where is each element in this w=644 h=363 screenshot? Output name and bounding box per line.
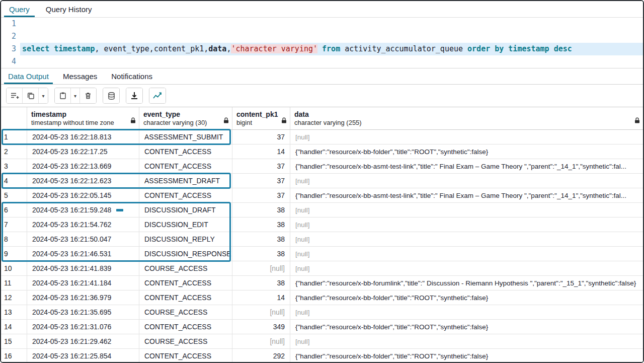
- cell-data[interactable]: [null]: [290, 203, 643, 217]
- cell-timestamp[interactable]: 2024-05-23 16:22:05.145: [27, 188, 139, 202]
- cell-timestamp[interactable]: 2024-05-23 16:21:36.979: [27, 291, 139, 305]
- tab-query[interactable]: Query: [1, 1, 38, 17]
- delete-row-button[interactable]: [80, 88, 96, 103]
- cell-timestamp[interactable]: 2024-05-23 16:21:31.076: [27, 320, 139, 334]
- column-header-event-type[interactable]: event_type character varying (30): [139, 107, 232, 129]
- cell-timestamp[interactable]: 2024-05-23 16:21:50.047: [27, 232, 139, 246]
- tab-query-history[interactable]: Query History: [38, 1, 100, 17]
- table-row[interactable]: 14 2024-05-23 16:21:31.076 CONTENT_ACCES…: [1, 320, 643, 334]
- copy-button[interactable]: [23, 88, 39, 103]
- cell-timestamp[interactable]: 2024-05-23 16:22:13.669: [27, 159, 139, 173]
- cell-content-pk1[interactable]: 37: [232, 130, 290, 144]
- cell-event-type[interactable]: CONTENT_ACCESS: [139, 320, 232, 334]
- cell-content-pk1[interactable]: 349: [232, 320, 290, 334]
- table-row[interactable]: 9 2024-05-23 16:21:46.531 DISCUSSION_RES…: [1, 247, 643, 261]
- cell-data[interactable]: [null]: [290, 247, 643, 261]
- cell-event-type[interactable]: CONTENT_ACCESS: [139, 349, 232, 363]
- cell-timestamp[interactable]: 2024-05-23 16:21:41.184: [27, 276, 139, 290]
- table-row[interactable]: 5 2024-05-23 16:22:05.145 CONTENT_ACCESS…: [1, 188, 643, 203]
- cell-content-pk1[interactable]: 38: [232, 247, 290, 261]
- add-row-button[interactable]: [7, 88, 23, 103]
- cell-data[interactable]: [null]: [290, 305, 643, 319]
- cell-content-pk1[interactable]: 38: [232, 276, 290, 290]
- cell-content-pk1[interactable]: 14: [232, 144, 290, 159]
- table-row[interactable]: 11 2024-05-23 16:21:41.184 CONTENT_ACCES…: [1, 276, 643, 291]
- cell-data[interactable]: [null]: [290, 261, 643, 275]
- cell-timestamp[interactable]: 2024-05-23 16:22:17.25: [27, 144, 139, 159]
- cell-content-pk1[interactable]: [null]: [232, 261, 290, 275]
- table-row[interactable]: 16 2024-05-23 16:21:25.854 CONTENT_ACCES…: [1, 349, 643, 363]
- paste-button[interactable]: [55, 88, 71, 103]
- cell-content-pk1[interactable]: [null]: [232, 334, 290, 348]
- table-row[interactable]: 6 2024-05-23 16:21:59.248 DISCUSSION_DRA…: [1, 203, 643, 217]
- cell-event-type[interactable]: DISCUSSION_RESPONSE: [139, 247, 232, 261]
- table-row[interactable]: 8 2024-05-23 16:21:50.047 DISCUSSION_REP…: [1, 232, 643, 247]
- cell-timestamp[interactable]: 2024-05-23 16:21:35.695: [27, 305, 139, 319]
- cell-timestamp[interactable]: 2024-05-23 16:21:59.248: [27, 203, 139, 217]
- cell-event-type[interactable]: COURSE_ACCESS: [139, 305, 232, 319]
- cell-data[interactable]: [null]: [290, 130, 643, 144]
- cell-event-type[interactable]: DISCUSSION_EDIT: [139, 217, 232, 232]
- table-row[interactable]: 7 2024-05-23 16:21:54.762 DISCUSSION_EDI…: [1, 217, 643, 232]
- cell-data[interactable]: {"handler":"resource/x-bb-folder","title…: [290, 349, 643, 363]
- tab-notifications[interactable]: Notifications: [104, 68, 159, 84]
- cell-content-pk1[interactable]: 38: [232, 217, 290, 232]
- cell-content-pk1[interactable]: [null]: [232, 305, 290, 319]
- graph-visualiser-button[interactable]: [149, 88, 166, 103]
- cell-event-type[interactable]: COURSE_ACCESS: [139, 334, 232, 348]
- table-row[interactable]: 12 2024-05-23 16:21:36.979 CONTENT_ACCES…: [1, 291, 643, 305]
- cell-data[interactable]: {"handler":"resource/x-bb-folder","title…: [290, 320, 643, 334]
- cell-event-type[interactable]: DISCUSSION_DRAFT: [139, 203, 232, 217]
- sql-code-area[interactable]: select timestamp, event_type,content_pk1…: [20, 18, 643, 68]
- cell-event-type[interactable]: DISCUSSION_REPLY: [139, 232, 232, 246]
- table-row[interactable]: 1 2024-05-23 16:22:18.813 ASSESSMENT_SUB…: [1, 130, 643, 144]
- save-data-changes-button[interactable]: [103, 88, 119, 103]
- table-row[interactable]: 10 2024-05-23 16:21:41.839 COURSE_ACCESS…: [1, 261, 643, 276]
- cell-data[interactable]: [null]: [290, 174, 643, 188]
- table-row[interactable]: 4 2024-05-23 16:22:12.623 ASSESSMENT_DRA…: [1, 174, 643, 188]
- tab-messages[interactable]: Messages: [56, 68, 104, 84]
- cell-event-type[interactable]: COURSE_ACCESS: [139, 261, 232, 275]
- cell-data[interactable]: {"handler":"resource/x-bb-folder","title…: [290, 144, 643, 159]
- cell-data[interactable]: {"handler":"resource/x-bb-folder","title…: [290, 291, 643, 305]
- download-results-button[interactable]: [126, 88, 142, 103]
- cell-timestamp[interactable]: 2024-05-23 16:21:29.462: [27, 334, 139, 348]
- cell-data[interactable]: {"handler":"resource/x-bb-asmt-test-link…: [290, 159, 643, 173]
- cell-data[interactable]: {"handler":"resource/x-bb-asmt-test-link…: [290, 188, 643, 202]
- cell-timestamp[interactable]: 2024-05-23 16:21:25.854: [27, 349, 139, 363]
- cell-content-pk1[interactable]: 292: [232, 349, 290, 363]
- cell-data[interactable]: [null]: [290, 217, 643, 232]
- table-row[interactable]: 13 2024-05-23 16:21:35.695 COURSE_ACCESS…: [1, 305, 643, 320]
- cell-timestamp[interactable]: 2024-05-23 16:22:12.623: [27, 174, 139, 188]
- cell-event-type[interactable]: CONTENT_ACCESS: [139, 291, 232, 305]
- cell-event-type[interactable]: CONTENT_ACCESS: [139, 144, 232, 159]
- copy-options-button[interactable]: ▾: [39, 88, 48, 103]
- cell-data[interactable]: [null]: [290, 334, 643, 348]
- cell-event-type[interactable]: CONTENT_ACCESS: [139, 276, 232, 290]
- cell-event-type[interactable]: ASSESSMENT_DRAFT: [139, 174, 232, 188]
- cell-event-type[interactable]: CONTENT_ACCESS: [139, 159, 232, 173]
- column-header-timestamp[interactable]: timestamp timestamp without time zone: [27, 107, 139, 129]
- cell-timestamp[interactable]: 2024-05-23 16:21:41.839: [27, 261, 139, 275]
- sql-editor[interactable]: 1 2 3 4 select timestamp, event_type,con…: [1, 18, 643, 68]
- table-row[interactable]: 3 2024-05-23 16:22:13.669 CONTENT_ACCESS…: [1, 159, 643, 174]
- cell-timestamp[interactable]: 2024-05-23 16:21:46.531: [27, 247, 139, 261]
- table-row[interactable]: 2 2024-05-23 16:22:17.25 CONTENT_ACCESS …: [1, 144, 643, 159]
- table-row[interactable]: 15 2024-05-23 16:21:29.462 COURSE_ACCESS…: [1, 334, 643, 349]
- cell-content-pk1[interactable]: 38: [232, 232, 290, 246]
- cell-data[interactable]: {"handler":"resource/x-bb-forumlink","ti…: [290, 276, 643, 290]
- cell-event-type[interactable]: CONTENT_ACCESS: [139, 188, 232, 202]
- cell-content-pk1[interactable]: 37: [232, 188, 290, 202]
- cell-content-pk1[interactable]: 37: [232, 174, 290, 188]
- tab-data-output[interactable]: Data Output: [1, 68, 56, 84]
- cell-timestamp[interactable]: 2024-05-23 16:21:54.762: [27, 217, 139, 232]
- cell-content-pk1[interactable]: 38: [232, 203, 290, 217]
- column-header-data[interactable]: data character varying (255): [290, 107, 643, 129]
- cell-content-pk1[interactable]: 37: [232, 159, 290, 173]
- paste-options-button[interactable]: ▾: [71, 88, 80, 103]
- cell-timestamp[interactable]: 2024-05-23 16:22:18.813: [27, 130, 139, 144]
- cell-data[interactable]: [null]: [290, 232, 643, 246]
- cell-content-pk1[interactable]: 14: [232, 291, 290, 305]
- cell-event-type[interactable]: ASSESSMENT_SUBMIT: [139, 130, 232, 144]
- column-header-content-pk1[interactable]: content_pk1 bigint: [232, 107, 290, 129]
